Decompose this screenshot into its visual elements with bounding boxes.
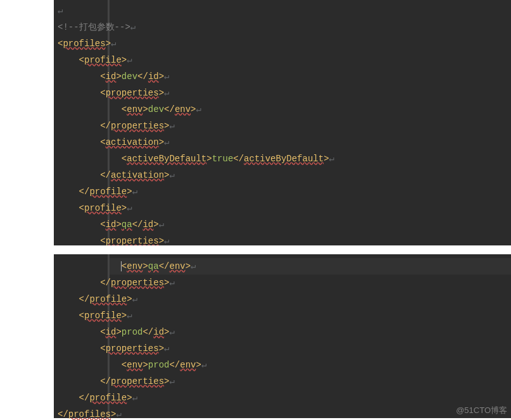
code-token: env <box>180 360 196 370</box>
code-token: properties <box>111 376 164 386</box>
code-line: <id>qa</id>↵ <box>54 216 511 233</box>
code-token: profiles <box>68 409 111 419</box>
code-token: ↵ <box>132 393 137 403</box>
code-token: > <box>142 261 148 271</box>
code-token: ↵ <box>196 104 201 114</box>
code-token: profiles <box>63 39 105 49</box>
code-token: > <box>324 154 329 164</box>
code-token: profile <box>89 393 127 403</box>
code-token: ↵ <box>329 154 334 164</box>
code-token: activation <box>106 137 159 147</box>
code-token: ↵ <box>132 294 137 304</box>
code-token: activation <box>111 170 164 180</box>
code-token: </ <box>100 121 111 131</box>
code-editor[interactable]: ↵<!--打包参数-->↵<profiles>↵ <profile>↵ <id>… <box>54 0 511 418</box>
code-token: ↵ <box>164 343 169 354</box>
code-token: > <box>116 71 121 82</box>
code-token: < <box>122 360 127 370</box>
code-token: ↵ <box>132 187 137 197</box>
code-token: > <box>122 203 127 213</box>
code-token: < <box>100 327 105 337</box>
code-token: < <box>79 203 84 213</box>
code-line: <activation>↵ <box>54 134 511 151</box>
code-token: properties <box>111 278 164 288</box>
code-line: <env>dev</env>↵ <box>54 101 511 118</box>
code-token: > <box>122 311 127 321</box>
code-token: profile <box>84 55 122 65</box>
code-token: > <box>106 39 111 49</box>
code-token: > <box>142 104 148 114</box>
code-token: id <box>142 219 153 230</box>
code-token: ↵ <box>116 409 121 419</box>
code-token: id <box>106 71 117 82</box>
code-token: env <box>127 261 142 271</box>
code-line: <!--打包参数-->↵ <box>54 19 511 35</box>
code-token: ↵ <box>169 121 174 131</box>
code-token: ↵ <box>169 278 174 288</box>
code-token: > <box>116 219 121 230</box>
code-token: > <box>127 187 132 197</box>
code-token: id <box>106 219 117 230</box>
code-token: prod <box>148 360 170 370</box>
code-token: </ <box>169 360 180 370</box>
code-token: env <box>175 104 191 114</box>
code-token: profile <box>89 187 127 197</box>
code-token: env <box>127 360 142 370</box>
code-token: ↵ <box>127 55 132 65</box>
code-token: ↵ <box>169 170 174 180</box>
code-line: <activeByDefault>true</activeByDefault>↵ <box>54 151 511 167</box>
code-token: qa <box>122 219 132 230</box>
code-token: > <box>159 71 164 82</box>
code-line: <id>dev</id>↵ <box>54 68 511 85</box>
code-token: </ <box>233 154 244 164</box>
code-line: </profile>↵ <box>54 183 511 200</box>
code-token: > <box>191 104 196 114</box>
code-token: ↵ <box>159 219 164 230</box>
code-token: > <box>159 137 164 147</box>
code-token: < <box>79 55 84 65</box>
code-token: qa <box>148 261 159 271</box>
code-token: </ <box>79 393 90 403</box>
code-token: < <box>100 236 105 246</box>
code-line: <env>prod</env>↵ <box>54 357 511 373</box>
code-token: > <box>196 360 201 370</box>
code-token: </ <box>132 219 143 230</box>
code-token: properties <box>106 343 159 354</box>
code-token: < <box>100 343 105 354</box>
code-line: </profile>↵ <box>54 291 511 307</box>
code-lines-container: ↵<!--打包参数-->↵<profiles>↵ <profile>↵ <id>… <box>54 3 511 420</box>
code-token: </ <box>79 294 90 304</box>
code-token: </ <box>79 187 90 197</box>
code-line: <profile>↵ <box>54 52 511 68</box>
code-token: dev <box>148 104 164 114</box>
code-line: </properties>↵ <box>54 373 511 390</box>
code-token: id <box>153 327 164 337</box>
code-token: </ <box>164 104 175 114</box>
code-token: < <box>100 137 105 147</box>
code-token: > <box>116 327 121 337</box>
code-token: ↵ <box>127 311 132 321</box>
code-line: </profile>↵ <box>54 390 511 406</box>
code-token: profile <box>84 311 122 321</box>
code-token: properties <box>111 121 164 131</box>
code-line: <properties>↵ <box>54 85 511 101</box>
code-token: env <box>127 104 142 114</box>
code-token: < <box>100 71 105 82</box>
code-token: ↵ <box>58 6 63 16</box>
code-token: </ <box>100 376 111 386</box>
code-line: </activation>↵ <box>54 167 511 183</box>
code-token: < <box>122 104 127 114</box>
code-line: <profile>↵ <box>54 307 511 324</box>
code-token: > <box>153 219 158 230</box>
code-token: prod <box>122 327 143 337</box>
code-line: <id>prod</id>↵ <box>54 324 511 340</box>
code-token: ↵ <box>164 137 169 147</box>
code-line: ↵ <box>54 3 511 19</box>
code-token: > <box>122 55 127 65</box>
code-token: dev <box>122 71 137 82</box>
code-token: > <box>127 294 132 304</box>
code-token: id <box>148 71 159 82</box>
code-token: </ <box>100 170 111 180</box>
split-band <box>39 245 511 254</box>
code-token: > <box>186 261 191 271</box>
